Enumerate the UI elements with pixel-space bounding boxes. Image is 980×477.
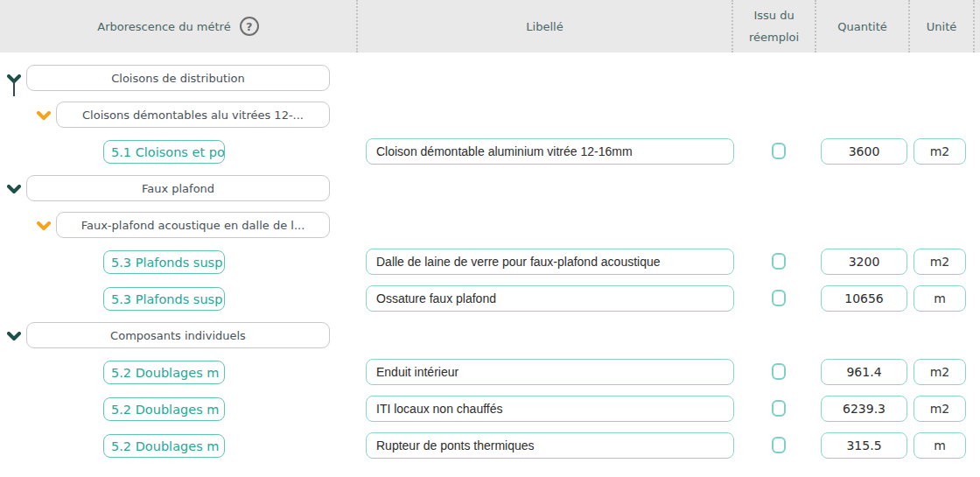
- chevron-down-icon[interactable]: [7, 329, 21, 340]
- tree-group-row: Faux-plafond acoustique en dalle de l...: [0, 207, 980, 243]
- lot-chip[interactable]: 5.2 Doublages m: [103, 397, 225, 421]
- reuse-checkbox[interactable]: [772, 290, 786, 306]
- reuse-checkbox[interactable]: [772, 437, 786, 453]
- chevron-down-icon[interactable]: [37, 219, 51, 229]
- metre-table-screen: Arborescence du métré ? Libellé Issu dur…: [0, 0, 980, 477]
- chevron-down-icon[interactable]: [37, 109, 51, 119]
- header-col-reuse: Issu duréemploi: [733, 0, 816, 53]
- chevron-down-icon[interactable]: [7, 182, 21, 193]
- quantity-input[interactable]: [821, 359, 907, 385]
- lot-chip-label: 5.2 Doublages m: [111, 366, 219, 380]
- libelle-input[interactable]: [366, 249, 734, 275]
- tree-group-row: Faux plafond: [0, 170, 980, 207]
- quantity-input[interactable]: [821, 432, 907, 459]
- unit-box[interactable]: m2: [914, 396, 966, 422]
- quantity-input[interactable]: [821, 396, 907, 422]
- tree-group-label: Faux-plafond acoustique en dalle de l...: [81, 219, 305, 232]
- tree-group-label: Composants individuels: [110, 329, 246, 342]
- tree-leaf-row: 5.2 Doublages m m: [0, 427, 980, 464]
- tree-group-row: Cloisons de distribution: [0, 60, 980, 96]
- libelle-input[interactable]: [366, 285, 734, 312]
- tree-group-row: Cloisons démontables alu vitrées 12-...: [0, 96, 980, 133]
- unit-label: m2: [930, 365, 950, 379]
- header-col-libelle: Libellé: [358, 0, 733, 53]
- tree-group-label: Cloisons de distribution: [111, 72, 245, 85]
- unit-box[interactable]: m2: [914, 359, 966, 385]
- libelle-input[interactable]: [366, 359, 734, 385]
- tree-leaf-row: 5.3 Plafonds susp m: [0, 280, 980, 317]
- table-header: Arborescence du métré ? Libellé Issu dur…: [0, 0, 980, 53]
- tree-group-label: Faux plafond: [142, 182, 214, 195]
- unit-box[interactable]: m: [914, 285, 966, 312]
- help-icon[interactable]: ?: [240, 17, 259, 36]
- reuse-checkbox[interactable]: [772, 400, 786, 417]
- tree-leaf-row: 5.2 Doublages m m2: [0, 354, 980, 390]
- quantity-column-title: Quantité: [837, 20, 886, 33]
- tree-leaf-row: 5.3 Plafonds susp m2: [0, 243, 980, 280]
- table-body: Cloisons de distribution Cloisons démont…: [0, 53, 980, 464]
- quantity-input[interactable]: [821, 138, 907, 165]
- tree-group-row: Composants individuels: [0, 317, 980, 354]
- libelle-input[interactable]: [366, 138, 734, 165]
- lot-chip-label: 5.2 Doublages m: [111, 403, 219, 417]
- unit-label: m2: [930, 402, 950, 416]
- reuse-checkbox[interactable]: [772, 143, 786, 159]
- reuse-checkbox[interactable]: [772, 363, 786, 380]
- text-cursor-artifact: [13, 80, 15, 96]
- reuse-checkbox[interactable]: [772, 253, 786, 270]
- header-col-unit: Unité: [910, 0, 975, 53]
- lot-chip[interactable]: 5.1 Cloisons et po: [103, 140, 225, 164]
- lot-chip[interactable]: 5.2 Doublages m: [103, 361, 225, 384]
- chevron-down-icon[interactable]: [7, 72, 21, 82]
- unit-box[interactable]: m: [914, 432, 966, 459]
- header-col-tree: Arborescence du métré ?: [0, 0, 358, 53]
- lot-chip-label: 5.1 Cloisons et po: [111, 145, 225, 159]
- unit-box[interactable]: m2: [914, 249, 966, 275]
- quantity-input[interactable]: [821, 285, 907, 312]
- lot-chip-label: 5.2 Doublages m: [111, 439, 219, 453]
- unit-label: m: [934, 291, 946, 305]
- tree-leaf-row: 5.1 Cloisons et po m2: [0, 133, 980, 170]
- unit-label: m: [934, 438, 946, 452]
- quantity-input[interactable]: [821, 249, 907, 275]
- libelle-column-title: Libellé: [526, 20, 563, 33]
- lot-chip-label: 5.3 Plafonds susp: [111, 292, 222, 306]
- unit-column-title: Unité: [927, 20, 956, 33]
- lot-chip[interactable]: 5.3 Plafonds susp: [103, 250, 225, 274]
- unit-box[interactable]: m2: [914, 138, 966, 165]
- lot-chip[interactable]: 5.2 Doublages m: [103, 434, 225, 458]
- tree-group-node[interactable]: Cloisons de distribution: [26, 65, 330, 91]
- tree-column-title: Arborescence du métré: [97, 20, 230, 33]
- reuse-column-title: Issu duréemploi: [749, 4, 799, 49]
- libelle-input[interactable]: [366, 396, 734, 422]
- tree-leaf-row: 5.2 Doublages m m2: [0, 390, 980, 427]
- unit-label: m2: [930, 144, 950, 158]
- libelle-input[interactable]: [366, 432, 734, 459]
- tree-group-node[interactable]: Composants individuels: [26, 322, 330, 348]
- lot-chip[interactable]: 5.3 Plafonds susp: [103, 287, 225, 311]
- unit-label: m2: [930, 255, 950, 269]
- tree-group-node[interactable]: Faux plafond: [26, 175, 330, 201]
- header-col-quantity: Quantité: [816, 0, 910, 53]
- tree-group-node[interactable]: Faux-plafond acoustique en dalle de l...: [56, 212, 330, 238]
- lot-chip-label: 5.3 Plafonds susp: [111, 256, 222, 270]
- tree-group-label: Cloisons démontables alu vitrées 12-...: [82, 109, 304, 122]
- tree-group-node[interactable]: Cloisons démontables alu vitrées 12-...: [56, 102, 330, 128]
